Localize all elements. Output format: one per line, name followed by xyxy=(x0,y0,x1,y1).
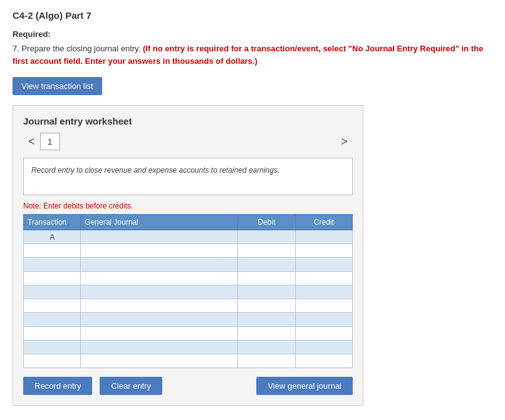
general-journal-input[interactable] xyxy=(81,341,237,354)
transaction-cell xyxy=(24,272,81,285)
debit-input[interactable] xyxy=(238,272,294,285)
debit-input[interactable] xyxy=(238,341,294,354)
credit-input[interactable] xyxy=(296,327,352,340)
general-journal-cell[interactable] xyxy=(81,313,238,327)
credit-cell[interactable] xyxy=(295,258,352,272)
debit-input[interactable] xyxy=(238,299,294,312)
worksheet-nav: < 1 > xyxy=(23,133,353,150)
general-journal-cell[interactable] xyxy=(81,354,238,368)
credit-cell[interactable] xyxy=(295,313,352,327)
debit-input[interactable] xyxy=(238,327,294,340)
transaction-cell xyxy=(24,244,81,258)
transaction-cell xyxy=(24,299,81,313)
credit-cell[interactable] xyxy=(295,244,352,258)
table-row xyxy=(24,341,353,354)
record-entry-button[interactable]: Record entry xyxy=(23,377,92,395)
credit-cell[interactable] xyxy=(295,341,352,354)
debit-input[interactable] xyxy=(238,354,294,367)
table-row xyxy=(24,313,353,327)
credit-input[interactable] xyxy=(296,244,352,257)
transaction-cell xyxy=(24,354,81,368)
credit-input[interactable] xyxy=(296,285,352,299)
transaction-cell xyxy=(24,341,81,354)
table-row xyxy=(24,258,353,272)
general-journal-cell[interactable] xyxy=(81,327,238,341)
general-journal-input[interactable] xyxy=(81,285,237,299)
clear-entry-button[interactable]: Clear entry xyxy=(100,377,162,395)
general-journal-cell[interactable] xyxy=(81,285,238,299)
credit-input[interactable] xyxy=(296,341,352,354)
transaction-cell xyxy=(24,313,81,327)
journal-entry-worksheet: Journal entry worksheet < 1 > Record ent… xyxy=(13,105,363,406)
view-transaction-button[interactable]: View transaction list xyxy=(13,77,102,95)
debit-input[interactable] xyxy=(238,244,294,257)
debit-cell[interactable] xyxy=(238,354,295,368)
page-number: 1 xyxy=(40,133,60,150)
credit-input[interactable] xyxy=(296,258,352,271)
action-buttons: Record entry Clear entry View general jo… xyxy=(23,377,353,395)
general-journal-input[interactable] xyxy=(81,272,237,285)
general-journal-cell[interactable] xyxy=(81,272,238,285)
general-journal-input[interactable] xyxy=(81,258,237,271)
general-journal-input[interactable] xyxy=(81,327,237,340)
next-page-button[interactable]: > xyxy=(336,135,353,148)
debit-cell[interactable] xyxy=(238,327,295,341)
general-journal-input[interactable] xyxy=(81,313,237,326)
table-row xyxy=(24,285,353,299)
col-header-credit: Credit xyxy=(295,215,352,230)
credit-cell[interactable] xyxy=(295,354,352,368)
debit-credit-note: Note: Enter debits before credits. xyxy=(23,202,353,210)
general-journal-input[interactable] xyxy=(81,354,237,367)
debit-cell[interactable] xyxy=(238,299,295,313)
debit-cell[interactable] xyxy=(238,285,295,299)
transaction-cell xyxy=(24,327,81,341)
credit-cell[interactable] xyxy=(295,327,352,341)
debit-cell[interactable] xyxy=(238,341,295,354)
general-journal-cell[interactable] xyxy=(81,299,238,313)
general-journal-cell[interactable] xyxy=(81,244,238,258)
transaction-cell xyxy=(24,285,81,299)
credit-input[interactable] xyxy=(296,354,352,367)
general-journal-cell[interactable] xyxy=(81,341,238,354)
col-header-transaction: Transaction xyxy=(24,215,81,230)
credit-input[interactable] xyxy=(296,299,352,312)
credit-cell[interactable] xyxy=(295,285,352,299)
page-title: C4-2 (Algo) Part 7 xyxy=(13,10,492,21)
table-row xyxy=(24,299,353,313)
credit-cell[interactable] xyxy=(295,272,352,285)
debit-input[interactable] xyxy=(238,313,294,326)
credit-cell[interactable] xyxy=(295,230,352,244)
credit-input[interactable] xyxy=(296,313,352,326)
transaction-cell xyxy=(24,258,81,272)
credit-input[interactable] xyxy=(296,230,352,243)
debit-cell[interactable] xyxy=(238,313,295,327)
table-row xyxy=(24,327,353,341)
debit-cell[interactable] xyxy=(238,272,295,285)
table-row xyxy=(24,244,353,258)
view-general-journal-button[interactable]: View general journal xyxy=(256,377,353,395)
entry-description: Record entry to close revenue and expens… xyxy=(23,158,353,195)
worksheet-title: Journal entry worksheet xyxy=(23,116,353,126)
debit-cell[interactable] xyxy=(238,230,295,244)
table-row xyxy=(24,272,353,285)
debit-input[interactable] xyxy=(238,258,294,271)
required-label: Required: xyxy=(13,29,492,39)
table-row: A xyxy=(24,230,353,244)
transaction-cell: A xyxy=(24,230,81,244)
general-journal-cell[interactable] xyxy=(81,258,238,272)
general-journal-input[interactable] xyxy=(81,244,237,257)
prev-page-button[interactable]: < xyxy=(23,135,40,148)
credit-input[interactable] xyxy=(296,272,352,285)
debit-input[interactable] xyxy=(238,230,294,243)
instruction: 7. Prepare the closing journal entry. (I… xyxy=(13,43,492,67)
table-row xyxy=(24,354,353,368)
debit-cell[interactable] xyxy=(238,258,295,272)
general-journal-input[interactable] xyxy=(81,299,237,312)
col-header-journal: General Journal xyxy=(81,215,238,230)
debit-cell[interactable] xyxy=(238,244,295,258)
general-journal-input[interactable] xyxy=(81,230,237,243)
general-journal-cell[interactable] xyxy=(81,230,238,244)
debit-input[interactable] xyxy=(238,285,294,299)
credit-cell[interactable] xyxy=(295,299,352,313)
journal-table: Transaction General Journal Debit Credit… xyxy=(23,214,353,368)
